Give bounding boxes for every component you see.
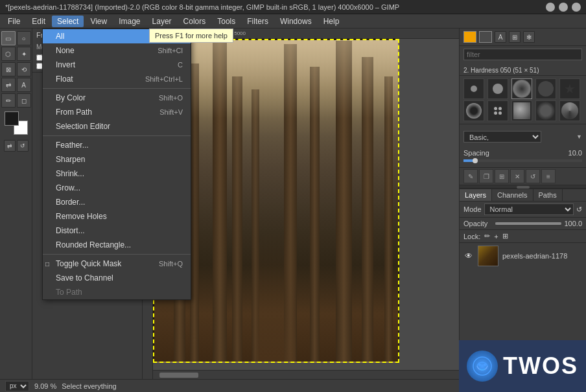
reset-colors-icon[interactable]: ↺ (17, 140, 29, 152)
spacing-slider-thumb[interactable] (473, 158, 478, 163)
separator-2 (43, 135, 191, 136)
transform-tool[interactable]: ⟲ (17, 62, 31, 76)
menu-feather[interactable]: Feather... (43, 138, 191, 152)
spacing-label: Spacing (463, 149, 489, 157)
maximize-button[interactable] (559, 3, 568, 12)
tool-icon-3[interactable]: ✻ (523, 31, 535, 43)
brush-cell-5[interactable]: ★ (559, 78, 580, 99)
menu-rounded-rectangle[interactable]: Rounded Rectangle... (43, 238, 191, 252)
brush-cell-1[interactable] (463, 78, 484, 99)
brush-name-select[interactable]: Basic, (463, 131, 541, 143)
brush-edit-icon[interactable]: ✎ (463, 169, 478, 183)
menu-sharpen[interactable]: Sharpen (43, 152, 191, 167)
opacity-fill (495, 222, 561, 225)
menu-float[interactable]: Float Shift+Ctrl+L (43, 72, 191, 86)
tab-layers[interactable]: Layers (460, 189, 492, 201)
check-icon: □ (45, 260, 49, 268)
menu-edit[interactable]: Edit (27, 16, 51, 27)
tool-icon-2[interactable]: ⊞ (509, 31, 521, 43)
opacity-slider[interactable] (495, 222, 561, 225)
menu-remove-holes-label: Remove Holes (56, 212, 107, 221)
unit-select[interactable]: px (5, 381, 29, 391)
menu-colors[interactable]: Colors (178, 16, 211, 27)
menu-toggle-quick-mask[interactable]: □ Toggle Quick Mask Shift+Q (43, 257, 191, 271)
brush-cell-7[interactable] (487, 100, 508, 121)
menu-grow[interactable]: Grow... (43, 181, 191, 195)
flip-tool[interactable]: ⇄ (1, 78, 16, 92)
lock-label: Lock: (463, 233, 480, 240)
close-button[interactable] (572, 3, 581, 12)
crop-tool[interactable]: ⊠ (1, 62, 16, 76)
brush-delete-icon[interactable]: ✕ (510, 169, 524, 183)
brush-refresh-icon[interactable]: ↺ (526, 169, 540, 183)
rectangle-select-tool[interactable]: ▭ (1, 31, 16, 45)
menu-image[interactable]: Image (113, 16, 145, 27)
menu-remove-holes[interactable]: Remove Holes (43, 209, 191, 224)
brush-cell-6[interactable] (463, 100, 484, 121)
menu-help[interactable]: Help (318, 16, 345, 27)
menu-view[interactable]: View (85, 16, 112, 27)
menu-from-path-label: From Path (56, 108, 92, 117)
brush-cell-4[interactable] (535, 78, 556, 99)
brush-cell-8[interactable] (511, 100, 532, 121)
eraser-tool[interactable]: ◻ (17, 93, 31, 108)
lock-position-icon[interactable]: + (494, 233, 498, 240)
tab-paths[interactable]: Paths (533, 189, 563, 201)
menu-file[interactable]: File (3, 16, 25, 27)
menu-by-color[interactable]: By Color Shift+O (43, 91, 191, 105)
menu-from-path-shortcut: Shift+V (159, 108, 183, 116)
brush-duplicate-icon[interactable]: ❐ (479, 169, 493, 183)
brush-filter-input[interactable] (463, 49, 582, 60)
menu-filters[interactable]: Filters (242, 16, 274, 27)
ellipse-select-tool[interactable]: ○ (17, 31, 31, 45)
brush-view-icon[interactable]: ⊞ (495, 169, 509, 183)
menu-selection-editor[interactable]: Selection Editor (43, 119, 191, 133)
brush-blob-shape (513, 102, 530, 119)
tool-icon-1[interactable]: A (495, 31, 506, 43)
scrollbar-thumb[interactable] (159, 373, 198, 378)
spacing-slider[interactable] (463, 159, 582, 162)
tab-channels[interactable]: Channels (492, 189, 533, 201)
brush-cell-9[interactable] (535, 100, 556, 121)
menu-selection-editor-label: Selection Editor (56, 122, 110, 131)
brush-cell-10[interactable] (559, 100, 580, 121)
menu-windows[interactable]: Windows (275, 16, 317, 27)
menu-to-path-label: To Path (56, 288, 82, 297)
spacing-section: Spacing 10.0 (460, 148, 586, 167)
mode-arrow[interactable]: ↺ (576, 205, 582, 214)
menu-sharpen-label: Sharpen (56, 155, 85, 164)
menu-by-color-shortcut: Shift+O (159, 94, 183, 102)
menu-tools[interactable]: Tools (212, 16, 240, 27)
brush-cell-2[interactable] (487, 78, 508, 99)
fg-color-preview[interactable] (463, 31, 476, 43)
layer-item-0[interactable]: 👁 pexels-aedrian-1178 (460, 243, 586, 269)
swap-colors-icon[interactable]: ⇄ (4, 140, 16, 152)
menu-shrink[interactable]: Shrink... (43, 167, 191, 181)
brush-dropdown-arrow[interactable]: ▼ (576, 133, 582, 140)
spacing-row: Spacing 10.0 (463, 149, 582, 157)
lock-pixels-icon[interactable]: ✏ (484, 232, 490, 240)
menu-save-to-channel[interactable]: Save to Channel (43, 271, 191, 285)
fuzzy-select-tool[interactable]: ✦ (17, 47, 31, 61)
paintbrush-tool[interactable]: ✏ (1, 93, 16, 108)
minimize-button[interactable] (546, 3, 555, 12)
menu-invert[interactable]: Invert C (43, 58, 191, 72)
layer-visibility-icon[interactable]: 👁 (463, 251, 474, 261)
menu-border[interactable]: Border... (43, 195, 191, 209)
menu-none-shortcut: Shift+Cl (158, 47, 183, 54)
menu-select[interactable]: Select (52, 16, 84, 27)
layer-mode-select[interactable]: Normal (484, 203, 574, 215)
bg-color-preview[interactable] (479, 31, 492, 43)
menu-layer[interactable]: Layer (147, 16, 177, 27)
menu-from-path[interactable]: From Path Shift+V (43, 105, 191, 119)
lock-all-icon[interactable]: ⊞ (502, 232, 508, 240)
brush-cell-3[interactable] (511, 78, 532, 99)
text-tool[interactable]: A (17, 78, 31, 92)
foreground-color-swatch[interactable] (5, 111, 19, 126)
opacity-row: Opacity 100.0 (460, 218, 586, 230)
free-select-tool[interactable]: ⬡ (1, 47, 16, 61)
menu-distort[interactable]: Distort... (43, 224, 191, 238)
horizontal-scrollbar[interactable] (153, 370, 459, 379)
menu-none[interactable]: None Shift+Cl (43, 43, 191, 58)
brush-more-icon[interactable]: ≡ (541, 169, 556, 183)
